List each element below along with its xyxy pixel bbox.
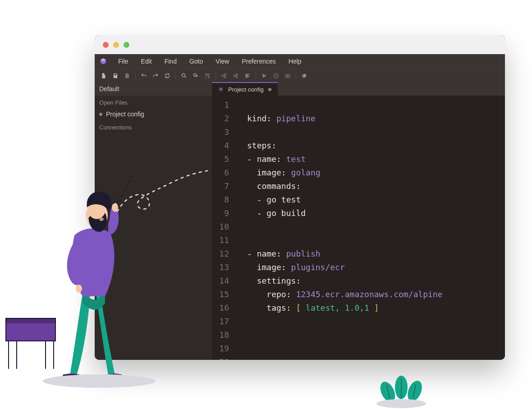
zoom-icon[interactable]	[124, 42, 129, 48]
line-number: 2	[212, 112, 229, 125]
line-number: 16	[212, 301, 229, 315]
sidebar-section-open-files: Open Files	[95, 96, 212, 108]
line-number: 7	[212, 179, 229, 193]
line-number: 19	[212, 342, 229, 355]
dirty-dot-icon	[268, 88, 271, 91]
align-left-icon[interactable]	[242, 71, 253, 81]
code-editor[interactable]: 1234567891011121314151617181920 kind: pi…	[212, 96, 505, 360]
tab-project-config[interactable]: ✳ Project config	[212, 82, 278, 96]
snapshot-icon[interactable]	[282, 71, 293, 81]
menu-edit[interactable]: Edit	[135, 55, 158, 68]
minimize-icon[interactable]	[113, 42, 119, 48]
asterisk-icon: ✳	[218, 86, 224, 93]
line-number: 3	[212, 125, 229, 139]
svg-point-12	[76, 285, 82, 293]
menu-goto[interactable]: Goto	[183, 55, 209, 68]
toolbar	[95, 69, 505, 82]
code-line[interactable]: steps:	[247, 139, 505, 152]
tab-label: Project config	[228, 86, 264, 93]
decorative-swirl	[113, 167, 212, 221]
settings-icon[interactable]	[299, 71, 310, 81]
menu-preferences[interactable]: Preferences	[235, 55, 282, 68]
line-number: 11	[212, 234, 229, 247]
code-text[interactable]: kind: pipeline steps:- name: test image:…	[234, 98, 505, 360]
line-number: 9	[212, 207, 229, 220]
editor-pane: ✳ Project config 12345678910111213141516…	[212, 82, 505, 360]
svg-point-14	[86, 211, 90, 218]
line-number: 15	[212, 288, 229, 301]
line-number: 4	[212, 139, 229, 152]
menu-view[interactable]: View	[209, 55, 235, 68]
menu-help[interactable]: Help	[282, 55, 308, 68]
sidebar-section-connections: Connections	[95, 120, 212, 133]
line-number: 8	[212, 193, 229, 207]
code-line[interactable]: image: plugins/ecr	[247, 261, 505, 274]
line-number: 5	[212, 152, 229, 166]
dirty-dot-icon	[99, 113, 102, 116]
code-line[interactable]	[247, 328, 505, 342]
code-line[interactable]	[247, 220, 505, 234]
code-line[interactable]	[247, 125, 505, 139]
find-replace-icon[interactable]	[190, 71, 201, 81]
word-wrap-icon[interactable]	[202, 71, 213, 81]
save-icon[interactable]	[110, 71, 121, 81]
line-number: 13	[212, 261, 229, 274]
code-line[interactable]	[247, 342, 505, 355]
svg-rect-0	[115, 74, 117, 75]
code-line[interactable]: kind: pipeline	[247, 112, 505, 125]
code-line[interactable]: repo: 12345.ecr.amazonaws.com/alpine	[247, 288, 505, 301]
toolbar-separator	[296, 72, 296, 79]
line-number: 10	[212, 220, 229, 234]
svg-rect-4	[285, 74, 289, 78]
close-icon[interactable]	[103, 42, 109, 48]
search-icon[interactable]	[179, 71, 189, 81]
line-number: 17	[212, 315, 229, 328]
refresh-icon[interactable]	[162, 71, 173, 81]
undo-icon[interactable]	[138, 71, 149, 81]
code-line[interactable]: - go build	[247, 207, 505, 220]
line-number: 12	[212, 247, 229, 261]
toolbar-separator	[216, 72, 216, 79]
code-line[interactable]: tags: [ latest, 1.0,1 ]	[247, 301, 505, 315]
sidebar-open-file[interactable]: Project config	[95, 108, 212, 120]
menu-file[interactable]: File	[112, 55, 135, 68]
menubar: File Edit Find Goto View Preferences Hel…	[95, 54, 505, 69]
run-icon[interactable]	[259, 71, 270, 81]
new-file-icon[interactable]	[98, 71, 109, 81]
svg-point-2	[193, 74, 196, 76]
toolbar-separator	[175, 72, 176, 79]
line-number: 6	[212, 166, 229, 179]
toolbar-separator	[256, 72, 256, 79]
save-all-icon[interactable]	[122, 71, 133, 81]
menu-find[interactable]: Find	[158, 55, 183, 68]
app-logo-icon	[99, 57, 107, 65]
code-line[interactable]	[247, 355, 505, 360]
code-line[interactable]	[247, 315, 505, 328]
line-number: 1	[212, 98, 229, 112]
window-titlebar	[95, 35, 505, 54]
redo-icon[interactable]	[150, 71, 161, 81]
sidebar-header[interactable]: Default	[95, 82, 212, 96]
decorative-plant	[374, 372, 428, 408]
code-line[interactable]: image: golang	[247, 166, 505, 179]
line-number: 18	[212, 328, 229, 342]
code-line[interactable]: - name: publish	[247, 247, 505, 261]
code-line[interactable]	[247, 234, 505, 247]
line-number: 20	[212, 355, 229, 360]
history-icon[interactable]	[271, 71, 281, 81]
sidebar-file-label: Project config	[106, 110, 144, 118]
toolbar-separator	[135, 72, 136, 79]
code-line[interactable]: - name: test	[247, 152, 505, 166]
line-number: 14	[212, 274, 229, 288]
code-line[interactable]: - go test	[247, 193, 505, 207]
outdent-icon[interactable]	[219, 71, 229, 81]
tabbar: ✳ Project config	[212, 82, 505, 96]
code-line[interactable]	[247, 98, 505, 112]
line-gutter: 1234567891011121314151617181920	[212, 98, 234, 360]
code-line[interactable]: settings:	[247, 274, 505, 288]
svg-point-5	[287, 75, 289, 77]
code-line[interactable]: commands:	[247, 179, 505, 193]
svg-point-15	[99, 217, 104, 221]
svg-point-1	[182, 74, 185, 77]
indent-icon[interactable]	[230, 71, 241, 81]
